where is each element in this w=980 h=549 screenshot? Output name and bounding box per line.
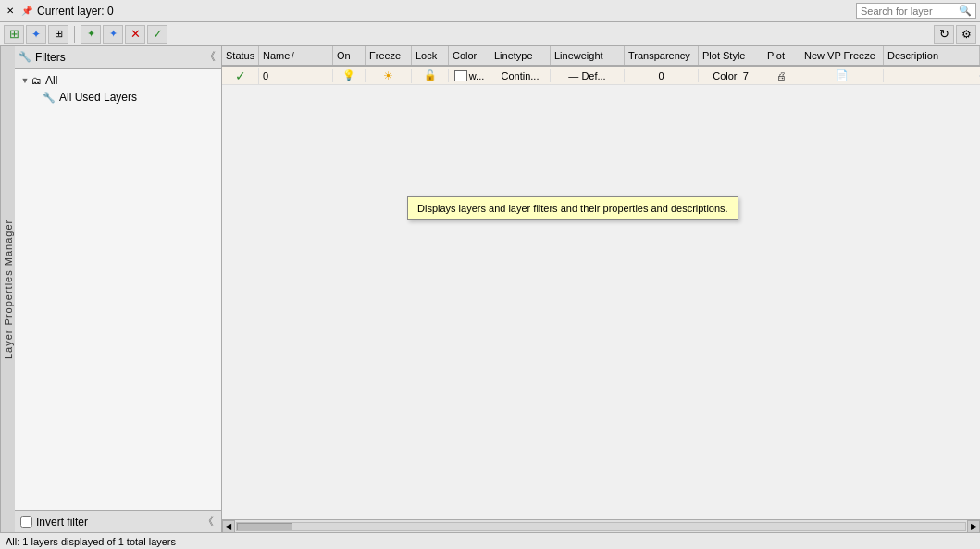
col-header-transparency[interactable]: Transparency: [625, 46, 699, 65]
filters-header: 🔧 Filters 《: [15, 46, 221, 69]
settings-btn[interactable]: ⚙: [956, 25, 976, 44]
tree-item-used-layers-label: All Used Layers: [59, 91, 137, 104]
col-header-description[interactable]: Description: [884, 46, 980, 65]
tree-item-used-layers[interactable]: 🔧 All Used Layers: [41, 89, 217, 106]
scroll-thumb[interactable]: [237, 523, 292, 530]
filters-tree: ▼ 🗂 All 🔧 All Used Layers: [15, 69, 221, 510]
toolbar: ⊞ ✦ ⊞ ✦ ✦ ✕ ✓ ↻ ⚙: [0, 22, 980, 46]
col-description-label: Description: [887, 50, 938, 61]
col-lineweight-label: Lineweight: [554, 50, 603, 61]
col-header-freeze[interactable]: Freeze: [366, 46, 412, 65]
pin-icon[interactable]: 📌: [20, 5, 33, 18]
col-transparency-label: Transparency: [628, 50, 690, 61]
scroll-track[interactable]: [236, 522, 966, 531]
collapse-btn[interactable]: 《: [203, 49, 217, 65]
linetype-label-0: Contin...: [502, 70, 540, 81]
tree-item-all[interactable]: ▼ 🗂 All: [19, 72, 217, 89]
delete-btn[interactable]: ✕: [125, 25, 145, 44]
col-lock-label: Lock: [416, 50, 437, 61]
table-body: ✓ 0 💡 ☀ 🔓 w... Cont: [222, 67, 980, 519]
duplicate-icon: ⊞: [55, 28, 63, 40]
plot-icon-0: 🖨: [776, 70, 787, 81]
cell-color-0[interactable]: w...: [449, 69, 490, 82]
horizontal-scrollbar[interactable]: ◀ ▶: [222, 519, 980, 532]
tooltip-box: Displays layers and layer filters and th…: [407, 196, 738, 220]
color-label-0: w...: [469, 70, 485, 81]
col-color-label: Color: [453, 50, 477, 61]
new-layer-btn[interactable]: ✦: [81, 25, 101, 44]
col-header-newvpfreeze[interactable]: New VP Freeze: [800, 46, 884, 65]
search-box[interactable]: 🔍: [856, 3, 976, 19]
col-header-on[interactable]: On: [333, 46, 366, 65]
new-layer-icon: ✦: [87, 28, 95, 40]
tree-item-all-label: All: [45, 74, 57, 87]
invert-filter-label: Invert filter: [36, 516, 88, 529]
side-label: Layer Properties Manager: [0, 46, 15, 532]
status-bar: All: 1 layers displayed of 1 total layer…: [0, 532, 980, 549]
cell-lock-0[interactable]: 🔓: [412, 69, 449, 82]
filters-title: Filters: [35, 51, 203, 64]
col-status-label: Status: [226, 50, 254, 61]
col-on-label: On: [337, 50, 351, 61]
col-header-name[interactable]: Name /: [259, 46, 333, 65]
col-header-color[interactable]: Color: [449, 46, 490, 65]
col-linetype-label: Linetype: [494, 50, 533, 61]
search-icon: 🔍: [959, 5, 972, 17]
col-header-linetype[interactable]: Linetype: [490, 46, 551, 65]
cell-transparency-0[interactable]: 0: [625, 69, 699, 82]
new-props-icon: ⊞: [9, 27, 19, 41]
table-row[interactable]: ✓ 0 💡 ☀ 🔓 w... Cont: [222, 67, 980, 85]
sort-icon: /: [292, 51, 294, 60]
set-current-btn[interactable]: ✓: [147, 25, 167, 44]
main-content: Layer Properties Manager 🔧 Filters 《 ▼ 🗂…: [0, 46, 980, 532]
tooltip-text: Displays layers and layer filters and th…: [417, 203, 728, 214]
col-plot-label: Plot: [767, 50, 785, 61]
new-layer2-btn[interactable]: ✦: [103, 25, 123, 44]
cell-lineweight-0[interactable]: — Def...: [551, 69, 625, 82]
filters-panel: 🔧 Filters 《 ▼ 🗂 All 🔧 All Used Layers In…: [15, 46, 222, 532]
col-header-status[interactable]: Status: [222, 46, 259, 65]
cell-plotstyle-0[interactable]: Color_7: [699, 69, 763, 82]
scroll-left-btn[interactable]: ◀: [222, 520, 235, 533]
plotstyle-label-0: Color_7: [713, 70, 749, 81]
cell-name-0[interactable]: 0: [259, 69, 333, 82]
newvpfreeze-icon-0: 📄: [836, 69, 849, 81]
refresh-btn[interactable]: ↻: [934, 25, 954, 44]
cell-freeze-0[interactable]: ☀: [366, 69, 412, 83]
transparency-label-0: 0: [658, 70, 664, 81]
settings-icon: ⚙: [961, 28, 972, 41]
expand-icon: ▼: [20, 76, 30, 85]
on-icon-0: 💡: [342, 69, 355, 81]
status-check-icon: ✓: [235, 69, 246, 83]
cell-plot-0[interactable]: 🖨: [763, 69, 800, 82]
toolbar-separator-1: [74, 26, 75, 43]
cell-status-0: ✓: [222, 68, 259, 84]
cell-on-0[interactable]: 💡: [333, 69, 366, 82]
cell-description-0[interactable]: [884, 75, 980, 77]
search-input[interactable]: [861, 6, 959, 17]
footer-collapse-btn[interactable]: 《: [201, 514, 216, 530]
layers-panel: Status Name / On Freeze Lock Color Linet…: [222, 46, 980, 532]
invert-filter-checkbox[interactable]: [20, 516, 32, 528]
col-plotstyle-label: Plot Style: [702, 50, 745, 61]
cell-linetype-0[interactable]: Contin...: [490, 69, 551, 82]
col-header-plotstyle[interactable]: Plot Style: [699, 46, 763, 65]
layer-name-0: 0: [263, 70, 268, 81]
col-header-plot[interactable]: Plot: [763, 46, 800, 65]
lineweight-label-0: — Def...: [568, 70, 605, 81]
col-header-lock[interactable]: Lock: [412, 46, 449, 65]
col-newvpfreeze-label: New VP Freeze: [804, 50, 875, 61]
close-icon[interactable]: ✕: [4, 5, 17, 18]
lock-icon-0: 🔓: [424, 69, 437, 81]
cell-newvpfreeze-0[interactable]: 📄: [800, 69, 884, 82]
toolbar-right: ↻ ⚙: [934, 25, 976, 44]
new-props-icon-btn[interactable]: ⊞: [4, 25, 24, 44]
col-header-lineweight[interactable]: Lineweight: [551, 46, 625, 65]
status-text: All: 1 layers displayed of 1 total layer…: [6, 536, 176, 547]
new-layer-vp-btn[interactable]: ✦: [26, 25, 46, 44]
duplicate-btn[interactable]: ⊞: [48, 25, 68, 44]
check-icon: ✓: [153, 27, 163, 41]
new-layer-vp-icon: ✦: [31, 28, 41, 41]
refresh-icon: ↻: [939, 27, 949, 41]
scroll-right-btn[interactable]: ▶: [967, 520, 980, 533]
